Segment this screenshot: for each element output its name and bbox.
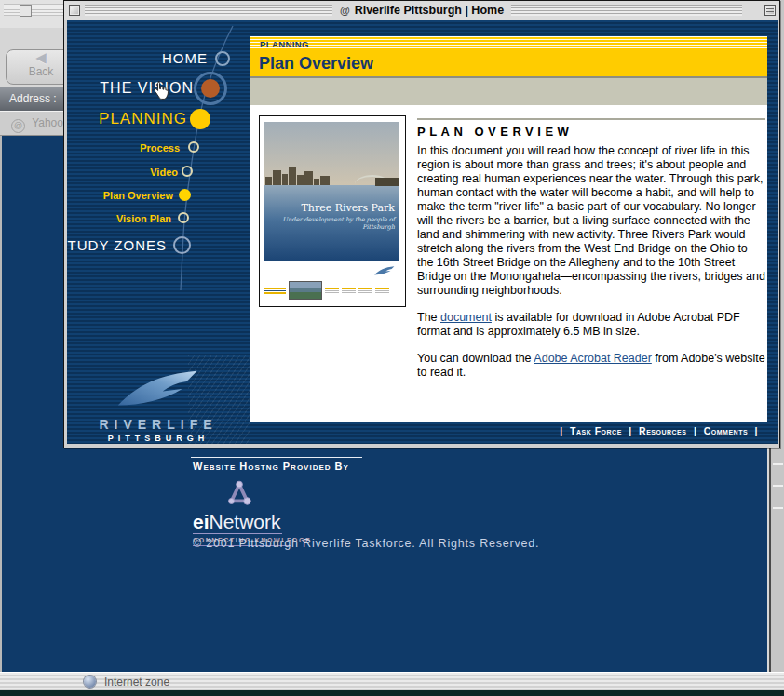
collapse-box[interactable] [764, 5, 776, 16]
comments-link[interactable]: Comments [704, 425, 748, 436]
scrollbar-separator [773, 485, 783, 487]
riverlife-window: @ Riverlife Pittsburgh | Home HOME THE V… [63, 0, 780, 448]
nav-bullet-video[interactable] [182, 166, 193, 177]
screen: ◀ Back Address : @ Yahoo Internet zone W… [0, 0, 784, 696]
nav-label: PLANNING [99, 109, 187, 129]
banner-section-label: PLANNING [260, 39, 309, 49]
separator: | [755, 425, 758, 436]
einetwork-ei: ei [193, 511, 210, 532]
favorite-site-icon: @ [11, 119, 25, 133]
einetwork-wordmark: eiNetwork [193, 512, 314, 532]
nav-bullet-home[interactable] [215, 51, 230, 66]
nav-label: Vision Plan [116, 208, 171, 229]
scrollbar-separator [773, 463, 783, 465]
article-paragraph-2: The document is available for download i… [417, 311, 765, 339]
main-column: PLANNING Plan Overview [250, 36, 767, 440]
banner-stripes [250, 36, 767, 48]
timeline-thumbnail [289, 281, 322, 300]
acrobat-reader-link[interactable]: Adobe Acrobat Reader [534, 352, 651, 365]
scrollbar-separator [773, 507, 783, 509]
nav-bullet-vision-plan[interactable] [178, 212, 189, 223]
screen-bottom-edge [0, 690, 784, 696]
article: PLAN OVERVIEW In this document you will … [417, 118, 765, 393]
article-heading: PLAN OVERVIEW [417, 125, 765, 139]
nav-label: HOME [162, 48, 208, 69]
timeline-block [375, 287, 389, 294]
hosting-label: Website Hostng Provided By [193, 461, 349, 472]
status-bar: Internet zone [0, 672, 784, 691]
nav-item-vision-plan[interactable]: Vision Plan [67, 208, 171, 229]
cover-logo-strip [264, 261, 401, 280]
task-force-link[interactable]: Task Force [570, 425, 622, 436]
nav-label: STUDY ZONES [67, 235, 167, 256]
footer-links-bar: | Task Force | Resources | Comments | [250, 422, 767, 440]
timeline-block [325, 287, 339, 294]
nav-item-home[interactable]: HOME [67, 48, 208, 69]
nav-bullet-planning[interactable] [190, 109, 210, 129]
page-icon: @ [340, 5, 350, 16]
separator: | [560, 425, 562, 436]
collapse-line [766, 8, 774, 9]
separator: | [629, 425, 631, 436]
cover-photo: Three Rivers Park Under development by t… [264, 122, 399, 261]
page-title: Plan Overview [259, 54, 373, 74]
window-title-text: Riverlife Pittsburgh | Home [355, 4, 504, 17]
nav-bullet-plan-overview[interactable] [179, 189, 191, 201]
footer-divider-line [191, 457, 362, 458]
window-title: @ Riverlife Pittsburgh | Home [332, 4, 511, 17]
nav-bullet-study-zones[interactable] [173, 236, 191, 254]
nav-bullet-the-vision[interactable] [201, 79, 220, 98]
document-link[interactable]: document [440, 311, 492, 324]
cover-title: Three Rivers Park [301, 202, 395, 214]
nav-item-the-vision[interactable]: THE VISION [67, 78, 194, 99]
cover-shore [375, 178, 399, 186]
timeline-block [342, 287, 356, 294]
einetwork-underline [193, 533, 282, 534]
article-top-rule [417, 118, 765, 120]
cover-timeline-strip [264, 280, 401, 301]
nav-label: THE VISION [100, 78, 194, 99]
sidebar-nav: HOME THE VISION PLANNING Process Video [67, 20, 250, 444]
nav-item-planning[interactable]: PLANNING [67, 109, 187, 129]
nav-item-process[interactable]: Process [67, 138, 180, 158]
section-banner: PLANNING Plan Overview [250, 36, 767, 78]
timeline-block [264, 287, 286, 295]
article-paragraph-3: You can download the Adobe Acrobat Reade… [417, 352, 765, 380]
nav-label: Plan Overview [103, 185, 173, 206]
collapse-line [766, 11, 774, 12]
text-segment: The [417, 311, 440, 324]
favorite-yahoo-button[interactable]: Yahoo [32, 116, 63, 129]
status-text: Internet zone [104, 673, 169, 691]
einetwork-network: Network [210, 511, 281, 532]
sub-banner-bar [250, 78, 767, 105]
copyright-text: © 2001 Pittsburgh Riverlife Taskforce. A… [193, 537, 539, 550]
cover-skyline [265, 165, 355, 185]
einetwork-triangle-icon [224, 478, 254, 508]
cover-subtitle: Under development by the people of Pitts… [264, 216, 395, 231]
content-area: Three Rivers Park Under development by t… [250, 105, 767, 422]
article-paragraph-1: In this document you will read how the c… [417, 144, 765, 298]
nav-label: Process [140, 138, 180, 158]
plan-cover-image: Three Rivers Park Under development by t… [259, 115, 406, 307]
window-titlebar[interactable]: @ Riverlife Pittsburgh | Home [64, 1, 779, 20]
resources-link[interactable]: Resources [639, 425, 686, 436]
logo-riverlife-text: RIVERLIFE [67, 417, 250, 432]
timeline-block [358, 287, 372, 294]
nav-bullet-process[interactable] [188, 141, 199, 153]
separator: | [694, 425, 696, 436]
nav-item-study-zones[interactable]: STUDY ZONES [67, 235, 167, 256]
nav-label: Video [150, 162, 178, 182]
cover-swoosh-icon [373, 265, 396, 276]
window-content: HOME THE VISION PLANNING Process Video [67, 20, 778, 444]
nav-item-plan-overview[interactable]: Plan Overview [67, 185, 173, 206]
riverlife-swoosh-icon [107, 367, 210, 411]
internet-zone-globe-icon [84, 676, 96, 688]
background-close-box[interactable] [20, 5, 32, 17]
nav-item-video[interactable]: Video [67, 162, 178, 182]
address-label: Address : [9, 92, 57, 105]
mouse-cursor-hand [153, 80, 170, 100]
text-segment: You can download the [417, 352, 534, 365]
close-box[interactable] [69, 5, 80, 16]
riverlife-logo[interactable]: RIVERLIFE PITTSBURGH [67, 367, 250, 443]
logo-pittsburgh-text: PITTSBURGH [67, 434, 250, 443]
